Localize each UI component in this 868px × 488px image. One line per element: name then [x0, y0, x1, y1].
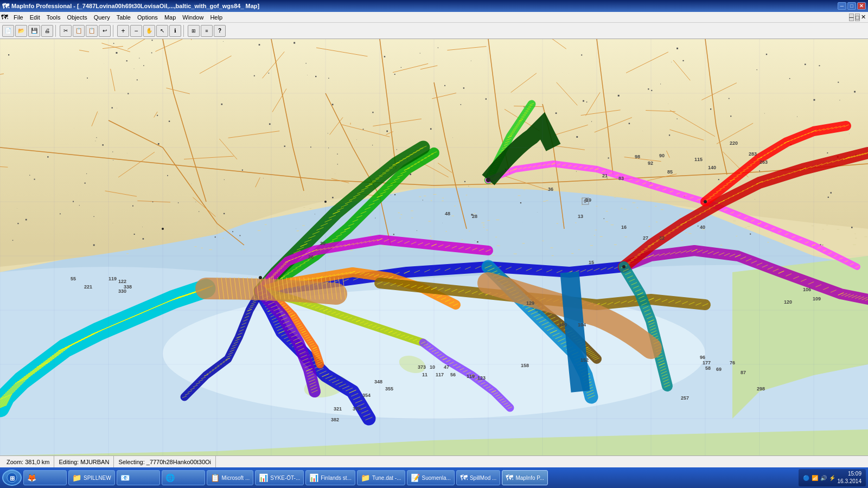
title-bar: 🗺 MapInfo Professional - [_7487Lovina00h…	[0, 0, 868, 12]
menu-query[interactable]: Query	[91, 13, 113, 22]
tb-sep2	[113, 25, 115, 37]
tray-icon-1: 🔵	[803, 475, 809, 481]
selecting-status: Selecting: _7770h28Hanko00t30Oi	[114, 456, 216, 467]
menu-options[interactable]: Options	[134, 13, 161, 22]
taskbar-microsoft[interactable]: 📋 Microsoft ...	[207, 470, 254, 485]
finlands-icon: 📊	[309, 473, 318, 482]
system-tray: 🔵 📶 🔊 ⚡ 15:09 16.3.2014	[799, 469, 866, 486]
start-button[interactable]: ⊞	[2, 470, 22, 486]
tb-undo[interactable]: ↩	[99, 25, 111, 37]
map-canvas	[0, 39, 868, 455]
window-title: MapInfo Professional - [_7487Lovina00h69…	[11, 3, 259, 9]
spillnew-icon: 📁	[72, 473, 81, 482]
word-label: Suomenla...	[422, 475, 451, 481]
taskbar-spillnew[interactable]: 📁 SPILLNEW	[68, 470, 115, 485]
extra-status-1	[216, 456, 866, 467]
clock: 15:09 16.3.2014	[838, 470, 862, 485]
tb-pan[interactable]: ✋	[143, 25, 155, 37]
menu-help[interactable]: Help	[207, 13, 226, 22]
tb-copy[interactable]: 📋	[73, 25, 85, 37]
inner-maximize-button[interactable]: □	[855, 14, 860, 21]
tb-zoom-in[interactable]: +	[117, 25, 129, 37]
tb-sep3	[183, 25, 186, 37]
menu-bar: 🗺 File Edit Tools Objects Query Table Op…	[0, 12, 868, 23]
finlands-label: Finlands st...	[321, 475, 352, 481]
title-text: 🗺 MapInfo Professional - [_7487Lovina00h…	[2, 2, 259, 10]
taskbar-word[interactable]: 📝 Suomenla...	[407, 470, 455, 485]
menu-tools[interactable]: Tools	[43, 13, 64, 22]
spillnew-label: SPILLNEW	[84, 475, 111, 481]
menu-map[interactable]: Map	[161, 13, 179, 22]
tb-ruler[interactable]: ⊞	[188, 25, 200, 37]
spillmod-icon: 🗺	[460, 473, 468, 482]
tray-icon-2: 📶	[812, 475, 818, 481]
tb-select[interactable]: ↖	[156, 25, 168, 37]
spillmod-label: SpillMod ...	[470, 475, 496, 481]
toolbar: 📄 📂 💾 🖨 ✂ 📋 📋 ↩ + − ✋ ↖ ℹ ⊞ ≡ ?	[0, 23, 868, 39]
mapinfo-icon: 🗺	[506, 473, 513, 482]
microsoft-icon: 📋	[210, 473, 220, 482]
mapinfo-label: MapInfo P...	[515, 475, 544, 481]
taskbar-ie[interactable]: 🌐	[162, 470, 205, 485]
inner-minimize-button[interactable]: ─	[849, 14, 854, 21]
tb-layer[interactable]: ≡	[201, 25, 213, 37]
close-button[interactable]: ✕	[857, 2, 866, 10]
ie-icon: 🌐	[165, 473, 175, 482]
outlook-icon: 📧	[120, 473, 130, 482]
syke-label: SYKE-ÖT-...	[270, 475, 300, 481]
tb-zoom-out[interactable]: −	[130, 25, 142, 37]
clock-time: 15:09 16.3.2014	[838, 470, 862, 485]
editing-status: Editing: MJURBAN	[54, 456, 114, 467]
tb-sep1	[55, 25, 58, 37]
taskbar-outlook[interactable]: 📧	[117, 470, 160, 485]
tray-icon-4: ⚡	[829, 475, 835, 481]
taskbar-tune[interactable]: 📁 Tune.dat -...	[357, 470, 405, 485]
word-icon: 📝	[411, 473, 420, 482]
tb-paste[interactable]: 📋	[86, 25, 98, 37]
firefox-icon: 🦊	[27, 473, 36, 482]
app-icon: 🗺	[2, 2, 9, 10]
microsoft-label: Microsoft ...	[222, 475, 250, 481]
maximize-button[interactable]: □	[847, 2, 856, 10]
status-bar: Zoom: 381,0 km Editing: MJURBAN Selectin…	[0, 455, 868, 467]
svg-text:⊞: ⊞	[10, 475, 15, 481]
taskbar-finlands[interactable]: 📊 Finlands st...	[305, 470, 355, 485]
app-menu-icon: 🗺	[1, 13, 8, 21]
taskbar-syke[interactable]: 📊 SYKE-ÖT-...	[255, 470, 304, 485]
taskbar-mapinfo[interactable]: 🗺 MapInfo P...	[502, 470, 548, 485]
inner-close-button[interactable]: ✕	[861, 14, 866, 21]
tb-cut[interactable]: ✂	[60, 25, 72, 37]
window-controls: ─ □ ✕	[838, 2, 866, 10]
tb-print[interactable]: 🖨	[41, 25, 53, 37]
menu-window[interactable]: Window	[179, 13, 207, 22]
tune-icon: 📁	[361, 473, 370, 482]
syke-icon: 📊	[259, 473, 268, 482]
taskbar: ⊞ 🦊 📁 SPILLNEW 📧 🌐 📋 Microsoft ... 📊 SYK…	[0, 467, 868, 488]
tune-label: Tune.dat -...	[372, 475, 401, 481]
menu-file[interactable]: File	[10, 13, 27, 22]
tb-new[interactable]: 📄	[2, 25, 14, 37]
tray-icon-3: 🔊	[820, 475, 827, 481]
taskbar-firefox[interactable]: 🦊	[23, 470, 67, 485]
menu-objects[interactable]: Objects	[63, 13, 90, 22]
tb-info[interactable]: ℹ	[169, 25, 181, 37]
tb-help[interactable]: ?	[214, 25, 226, 37]
zoom-status: Zoom: 381,0 km	[2, 456, 54, 467]
menu-table[interactable]: Table	[113, 13, 134, 22]
taskbar-spillmod[interactable]: 🗺 SpillMod ...	[456, 470, 500, 485]
minimize-button[interactable]: ─	[838, 2, 846, 10]
tb-save[interactable]: 💾	[28, 25, 40, 37]
menu-edit[interactable]: Edit	[27, 13, 43, 22]
tb-open[interactable]: 📂	[15, 25, 27, 37]
map-area[interactable]	[0, 39, 868, 455]
